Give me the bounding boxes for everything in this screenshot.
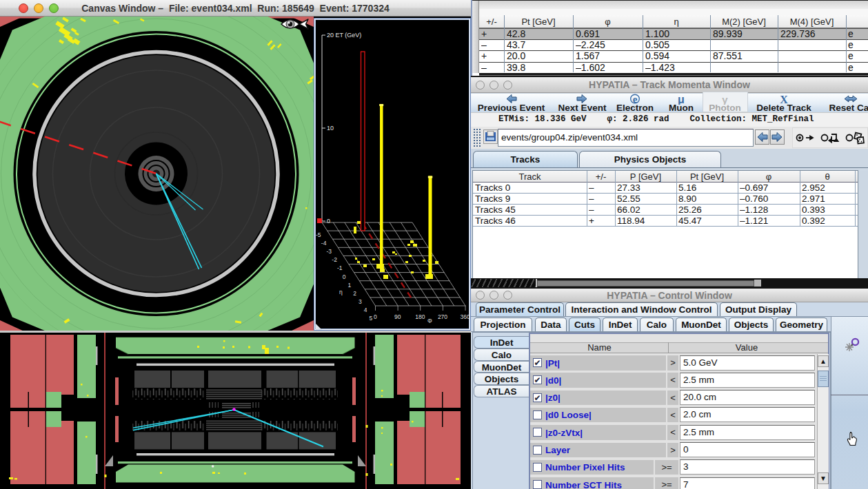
svg-text:4: 4 [364, 306, 367, 313]
svg-text:270: 270 [438, 313, 447, 320]
svg-text:Φ: Φ [427, 318, 432, 324]
svg-text:η: η [339, 289, 343, 295]
svg-text:-5: -5 [316, 231, 321, 238]
svg-text:90: 90 [394, 313, 401, 320]
svg-text:-4: -4 [321, 240, 327, 247]
svg-text:-3: -3 [327, 248, 332, 255]
svg-text:5: 5 [370, 315, 373, 322]
svg-text:0: 0 [327, 218, 330, 225]
svg-text:20 ET (GeV): 20 ET (GeV) [327, 32, 361, 39]
svg-text:0: 0 [343, 273, 346, 280]
svg-text:γ: γ [722, 94, 728, 105]
svg-text:2: 2 [353, 290, 356, 297]
svg-text:10: 10 [327, 125, 334, 132]
svg-text:0: 0 [374, 313, 377, 320]
svg-text:1: 1 [348, 282, 352, 289]
svg-text:3: 3 [359, 298, 362, 305]
svg-text:-1: -1 [337, 264, 343, 271]
svg-text:180: 180 [415, 313, 425, 320]
svg-text:μ: μ [678, 94, 685, 105]
svg-text:X: X [780, 94, 788, 105]
svg-text:360: 360 [461, 313, 470, 320]
svg-text:-2: -2 [332, 256, 337, 263]
